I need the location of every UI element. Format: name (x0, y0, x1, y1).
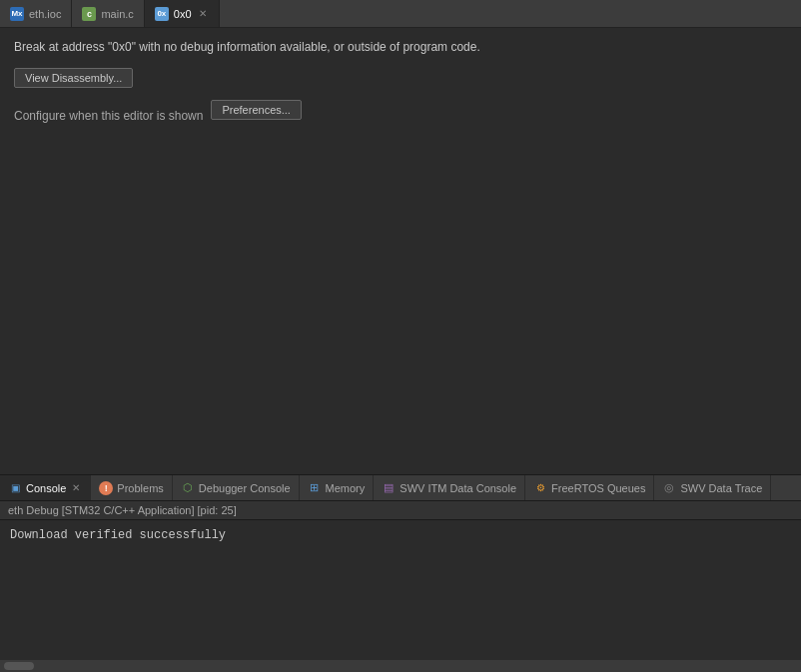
bottom-tab-freertos[interactable]: ⚙ FreeRTOS Queues (525, 475, 654, 500)
bottom-tab-bar: ▣ Console ✕ ! Problems ⬡ Debugger Consol… (0, 475, 801, 501)
mx-icon: Mx (10, 7, 24, 21)
tab-main-c[interactable]: c main.c (72, 0, 144, 27)
bottom-tab-problems-label: Problems (117, 482, 163, 494)
bottom-tab-swv-itm[interactable]: ▤ SWV ITM Data Console (374, 475, 525, 500)
console-content: Download verified successfully (0, 520, 801, 646)
swv-itm-icon: ▤ (382, 481, 396, 495)
0x-icon: 0x (155, 7, 169, 21)
freertos-icon: ⚙ (533, 481, 547, 495)
bottom-tab-console[interactable]: ▣ Console ✕ (0, 475, 91, 500)
debugger-icon: ⬡ (181, 481, 195, 495)
bottom-panel: ▣ Console ✕ ! Problems ⬡ Debugger Consol… (0, 474, 801, 672)
bottom-tab-swv-itm-label: SWV ITM Data Console (400, 482, 516, 494)
editor-tab-bar: Mx eth.ioc c main.c 0x 0x0 ✕ (0, 0, 801, 28)
bottom-tab-debugger-label: Debugger Console (199, 482, 291, 494)
bottom-tab-problems[interactable]: ! Problems (91, 475, 172, 500)
tab-eth-ioc-label: eth.ioc (29, 8, 61, 20)
bottom-tab-swv-data[interactable]: ◎ SWV Data Trace (654, 475, 771, 500)
preferences-button[interactable]: Preferences... (211, 100, 301, 120)
console-icon: ▣ (8, 481, 22, 495)
scrollbar-thumb[interactable] (4, 662, 34, 670)
bottom-tab-console-close[interactable]: ✕ (70, 481, 82, 494)
bottom-tab-freertos-label: FreeRTOS Queues (551, 482, 645, 494)
problems-icon: ! (99, 481, 113, 495)
tab-0x0[interactable]: 0x 0x0 ✕ (145, 0, 220, 27)
bottom-tab-console-label: Console (26, 482, 66, 494)
bottom-tab-swv-data-label: SWV Data Trace (680, 482, 762, 494)
tab-main-c-label: main.c (101, 8, 133, 20)
configure-line: Configure when this editor is shown Pref… (14, 100, 787, 132)
break-message: Break at address "0x0" with no debug inf… (14, 40, 787, 54)
memory-icon: ⊞ (308, 481, 322, 495)
bottom-tab-debugger-console[interactable]: ⬡ Debugger Console (173, 475, 300, 500)
editor-wrapper: Break at address "0x0" with no debug inf… (0, 28, 801, 474)
tab-0x0-label: 0x0 (174, 8, 192, 20)
configure-label: Configure when this editor is shown (14, 109, 203, 123)
console-header: eth Debug [STM32 C/C++ Application] [pid… (0, 501, 801, 520)
bottom-tab-memory-label: Memory (326, 482, 366, 494)
swv-data-icon: ◎ (662, 481, 676, 495)
view-disassembly-button[interactable]: View Disassembly... (14, 68, 133, 88)
console-output-line: Download verified successfully (10, 528, 791, 542)
horizontal-scrollbar[interactable] (0, 660, 801, 672)
c-icon: c (82, 7, 96, 21)
editor-area: Break at address "0x0" with no debug inf… (0, 28, 801, 474)
tab-0x0-close[interactable]: ✕ (197, 7, 209, 20)
tab-eth-ioc[interactable]: Mx eth.ioc (0, 0, 72, 27)
bottom-tab-memory[interactable]: ⊞ Memory (300, 475, 375, 500)
